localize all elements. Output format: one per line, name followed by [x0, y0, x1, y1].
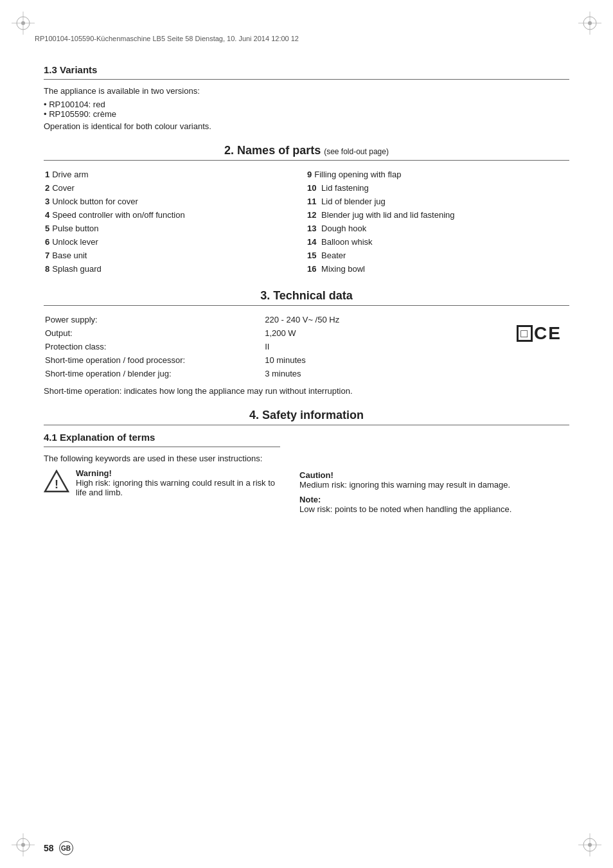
- tech-label: Short-time operation / food processor:: [45, 354, 263, 366]
- section-tech: 3. Technical data Power supply: 220 - 24…: [44, 289, 569, 396]
- parts-table: 1Drive arm 9Filling opening with flap 2C…: [44, 167, 569, 276]
- variants-note: Operation is identical for both colour v…: [44, 121, 569, 131]
- caution-text: Medium risk: ignoring this warning may r…: [299, 480, 510, 490]
- tech-heading: 3. Technical data: [44, 289, 569, 303]
- tech-value: 1,200 W: [265, 327, 473, 339]
- table-row: 8Splash guard 16 Mixing bowl: [45, 263, 568, 275]
- main-content: 1.3 Variants The appliance is available …: [44, 58, 569, 829]
- parts-heading: 2. Names of parts (see fold-out page): [44, 144, 569, 157]
- note-title: Note:: [299, 495, 321, 504]
- tech-label: Output:: [45, 327, 263, 339]
- table-row: 5Pulse button 13 Dough hook: [45, 222, 568, 235]
- explanation-heading: 4.1 Explanation of terms: [44, 432, 280, 443]
- section-safety: 4. Safety information 4.1 Explanation of…: [44, 409, 569, 518]
- explanation-divider: [44, 447, 280, 447]
- safety-col-left: 4.1 Explanation of terms The following k…: [44, 432, 280, 518]
- tech-note: Short-time operation: indicates how long…: [44, 386, 569, 396]
- tech-value: 220 - 240 V~ /50 Hz: [265, 314, 473, 326]
- tech-data-table: Power supply: 220 - 240 V~ /50 Hz □ CE O…: [44, 312, 569, 381]
- table-row: 7Base unit 15 Beater: [45, 249, 568, 261]
- note-text: Low risk: points to be noted when handli…: [299, 504, 511, 514]
- tech-value: 3 minutes: [265, 368, 473, 380]
- corner-mark-tr: [578, 12, 601, 35]
- caution-title: Caution!: [299, 470, 333, 480]
- warning-block: ! Warning! High risk: ignoring this warn…: [44, 468, 280, 497]
- warning-title: Warning!: [76, 468, 112, 478]
- ce-mark-cell: □ CE: [474, 314, 568, 353]
- tech-value: II: [265, 341, 473, 353]
- parts-sub: (see fold-out page): [324, 147, 389, 156]
- tech-divider: [44, 305, 569, 306]
- ce-box-symbol: □: [517, 325, 533, 342]
- header-text: RP100104-105590-Küchenmaschine LB5 Seite…: [35, 35, 299, 42]
- warning-text: Warning! High risk: ignoring this warnin…: [76, 468, 280, 497]
- table-row: 6Unlock lever 14 Balloon whisk: [45, 236, 568, 248]
- gb-badge: GB: [59, 841, 73, 855]
- ce-mark: □ CE: [517, 324, 562, 342]
- corner-mark-tl: [12, 12, 35, 35]
- table-row: 3Unlock button for cover 11 Lid of blend…: [45, 195, 568, 208]
- table-row: 4Speed controller with on/off function 1…: [45, 209, 568, 221]
- ce-letters: CE: [534, 324, 562, 342]
- list-item: RP100104: red: [44, 100, 569, 109]
- page: RP100104-105590-Küchenmaschine LB5 Seite…: [0, 0, 613, 868]
- variants-intro: The appliance is available in two versio…: [44, 86, 569, 96]
- warning-icon: !: [44, 470, 69, 495]
- list-item: RP105590: crème: [44, 109, 569, 119]
- page-number: 58: [44, 843, 54, 853]
- corner-mark-br: [578, 833, 601, 856]
- safety-two-col: 4.1 Explanation of terms The following k…: [44, 432, 569, 518]
- svg-text:!: !: [55, 478, 58, 491]
- parts-divider: [44, 160, 569, 161]
- safety-col-right: Caution! Medium risk: ignoring this warn…: [299, 432, 569, 518]
- table-row: 1Drive arm 9Filling opening with flap: [45, 168, 568, 181]
- safety-heading: 4. Safety information: [44, 409, 569, 422]
- variants-heading: 1.3 Variants: [44, 64, 569, 75]
- section-parts: 2. Names of parts (see fold-out page) 1D…: [44, 144, 569, 276]
- tech-value: 10 minutes: [265, 354, 473, 366]
- corner-mark-bl: [12, 833, 35, 856]
- tech-label: Power supply:: [45, 314, 263, 326]
- safety-divider: [44, 425, 569, 425]
- warning-body: High risk: ignoring this warning could r…: [76, 478, 275, 497]
- table-row: Short-time operation / food processor: 1…: [45, 354, 568, 366]
- explanation-intro: The following keywords are used in these…: [44, 454, 280, 463]
- table-row: Short-time operation / blender jug: 3 mi…: [45, 368, 568, 380]
- variants-list: RP100104: red RP105590: crème: [44, 100, 569, 119]
- tech-label: Short-time operation / blender jug:: [45, 368, 263, 380]
- section-variants: 1.3 Variants The appliance is available …: [44, 64, 569, 131]
- footer: 58 GB: [44, 841, 569, 855]
- table-row: Power supply: 220 - 240 V~ /50 Hz □ CE: [45, 314, 568, 326]
- header-bar: RP100104-105590-Küchenmaschine LB5 Seite…: [35, 35, 578, 42]
- variants-divider: [44, 79, 569, 80]
- table-row: 2Cover 10 Lid fastening: [45, 182, 568, 194]
- tech-label: Protection class:: [45, 341, 263, 353]
